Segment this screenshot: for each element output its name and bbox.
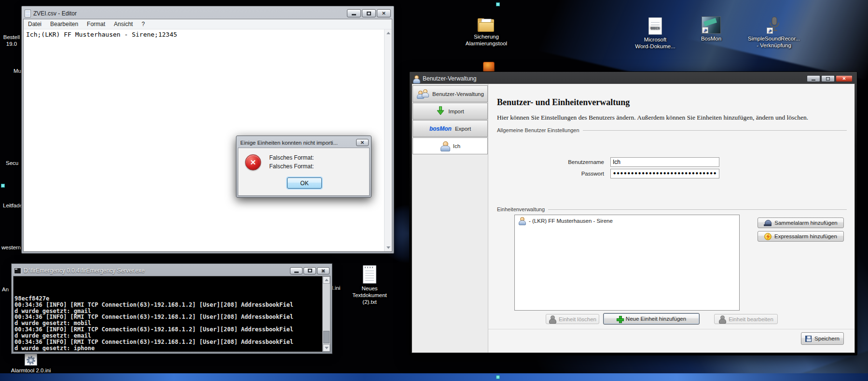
console-scrollbar[interactable] xyxy=(322,276,330,352)
menu-item[interactable]: Ansicht xyxy=(110,21,137,27)
scroll-down-button[interactable] xyxy=(323,344,330,352)
word-document-icon: DOCX xyxy=(648,17,662,35)
desktop-icon-word-document[interactable]: DOCX Microsoft Word-Dokume... xyxy=(632,17,678,50)
error-message: Falsches Format: xyxy=(269,163,314,170)
menu-item[interactable]: Bearbeiten xyxy=(46,21,83,27)
password-label: Passwort xyxy=(488,171,604,177)
scroll-up-icon[interactable] xyxy=(386,32,390,34)
menu-item[interactable]: ? xyxy=(137,21,149,27)
selection-handle[interactable] xyxy=(496,2,500,6)
sidebar-item-benutzer-verwaltung[interactable]: Benutzer-Verwaltung xyxy=(413,85,488,102)
notepad-vertical-scrollbar[interactable] xyxy=(384,29,392,251)
sammelalarm-hinzufuegen-button[interactable]: Sammelalarm hinzufügen xyxy=(758,218,844,228)
notepad-window: ZVEI.csv - Editor DateiBearbeitenFormatA… xyxy=(21,6,394,254)
maximize-button[interactable] xyxy=(821,75,835,82)
console-body: 98ecf8427e00:34:36 [INFO] [RMI TCP Conne… xyxy=(13,276,331,352)
minimize-icon xyxy=(352,14,356,15)
close-button[interactable] xyxy=(377,9,391,17)
partially-hidden-app-icon[interactable] xyxy=(483,62,495,72)
password-field[interactable] xyxy=(610,169,719,178)
einheit-bearbeiten-button[interactable]: Einheit bearbeiten xyxy=(714,314,778,324)
minimize-button[interactable] xyxy=(347,9,361,17)
speichern-button[interactable]: Speichern xyxy=(801,332,844,345)
desktop-label-mu[interactable]: Mu xyxy=(14,68,21,74)
firemergency-console-window: D:\firEmergency 0.0.4\firEmergency Serve… xyxy=(11,263,332,354)
save-floppy-icon xyxy=(805,336,812,342)
error-icon xyxy=(245,154,261,170)
dialog-title: Einige Einheiten konnten nicht importi..… xyxy=(240,140,356,146)
dialog-body: Falsches Format: Falsches Format: OK xyxy=(238,148,370,196)
desktop-icon-alarmtool-ini[interactable]: Alarmtool 2.0.ini xyxy=(6,351,56,374)
import-arrow-icon xyxy=(436,106,445,117)
unit-person-icon xyxy=(518,217,525,224)
console-log: 98ecf8427e00:34:36 [INFO] [RMI TCP Conne… xyxy=(14,277,322,351)
console-titlebar[interactable]: D:\firEmergency 0.0.4\firEmergency Serve… xyxy=(13,265,331,276)
console-title: D:\firEmergency 0.0.4\firEmergency Serve… xyxy=(24,267,145,274)
desktop-label-leitfade[interactable]: Leitfade xyxy=(3,202,23,209)
sidebar-item-import[interactable]: Import xyxy=(413,103,488,120)
scrollbar-thumb[interactable] xyxy=(323,331,330,343)
neue-einheit-hinzufuegen-button[interactable]: Neue Einheit hinzufügen xyxy=(603,313,700,325)
console-log-line: 00:34:36 [INFO] [RMI TCP Connection(63)-… xyxy=(14,302,322,308)
desktop-label-western[interactable]: western xyxy=(1,244,21,251)
username-field[interactable] xyxy=(610,157,719,167)
unit-list-item[interactable]: - (LKR) FF Musterhausen - Sirene xyxy=(515,215,739,224)
desktop-icon-simplesoundrecorder[interactable]: ↗ SimpleSoundRecor... - Verknüpfung xyxy=(747,16,801,49)
selection-handle[interactable] xyxy=(1,184,5,188)
dialog-titlebar[interactable]: Einige Einheiten konnten nicht importi..… xyxy=(238,137,370,148)
menu-item[interactable]: Format xyxy=(83,21,110,27)
desktop-icon-neues-textdokument[interactable]: Neues Textdokument (2).txt xyxy=(346,265,393,305)
close-button[interactable] xyxy=(317,267,330,274)
notepad-text-area[interactable]: Ich;(LKR) FF Musterhausen - Sirene;12345 xyxy=(24,29,392,40)
main-panel: Benutzer- und Einheitenverwaltung Hier k… xyxy=(488,84,854,353)
taskbar-edge-band xyxy=(0,373,868,381)
desktop-label-ini-fragment[interactable]: l.ini xyxy=(332,285,340,291)
divider xyxy=(488,329,854,329)
text-document-icon xyxy=(363,265,376,284)
person-icon xyxy=(440,141,450,150)
menu-item[interactable]: Datei xyxy=(24,21,46,27)
sidebar-item-export[interactable]: bosMon Export xyxy=(413,120,488,137)
notepad-title: ZVEI.csv - Editor xyxy=(33,10,77,17)
window-titlebar[interactable]: Benutzer-Verwaltung xyxy=(412,74,855,83)
users-icon xyxy=(416,89,429,99)
username-label: Benutzername xyxy=(488,159,604,165)
expressalarm-hinzufuegen-button[interactable]: Expressalarm hinzufügen xyxy=(758,231,844,242)
einheit-loeschen-button[interactable]: Einheit löschen xyxy=(546,314,599,324)
scroll-up-button[interactable] xyxy=(323,276,330,284)
scroll-down-icon[interactable] xyxy=(386,246,390,249)
notepad-titlebar[interactable]: ZVEI.csv - Editor xyxy=(23,8,392,19)
notepad-icon xyxy=(25,10,31,17)
desktop-label-an[interactable]: An xyxy=(2,286,9,293)
ok-button[interactable]: OK xyxy=(287,177,322,189)
maximize-icon xyxy=(367,12,371,15)
import-error-dialog: Einige Einheiten konnten nicht importi..… xyxy=(236,136,372,198)
unit-listbox[interactable]: - (LKR) FF Musterhausen - Sirene xyxy=(514,215,740,311)
desktop-icon-sicherung-alarmierungstool[interactable]: Sicherung Alarmierungstool xyxy=(462,17,510,47)
close-button[interactable] xyxy=(836,75,853,82)
user-icon xyxy=(413,75,420,82)
sidebar-item-ich[interactable]: Ich xyxy=(413,137,488,154)
selection-handle[interactable] xyxy=(496,375,500,379)
maximize-button[interactable] xyxy=(362,9,376,17)
minimize-icon xyxy=(294,272,299,273)
desktop-icon-bosmon[interactable]: ↗ BosMon xyxy=(688,16,734,42)
shortcut-arrow-icon: ↗ xyxy=(702,27,708,33)
console-log-line: d wurde gesetzt: iphone xyxy=(14,345,322,351)
section-general-settings: Allgemeine Benutzer Einstellungen xyxy=(497,127,847,133)
maximize-button[interactable] xyxy=(303,267,316,274)
siren-icon xyxy=(764,220,772,226)
window-body: Benutzer-Verwaltung Import bosMon Export xyxy=(412,83,855,353)
microphone-shortcut-icon: ↗ xyxy=(767,16,781,34)
console-log-line: 98ecf8427e xyxy=(14,296,322,302)
console-icon xyxy=(14,268,21,274)
minimize-button[interactable] xyxy=(290,267,303,274)
close-button[interactable] xyxy=(356,139,369,146)
desktop-label-bestell[interactable]: Bestell 19.0 xyxy=(1,34,22,47)
minimize-button[interactable] xyxy=(807,75,820,82)
maximize-icon xyxy=(308,269,312,272)
folder-icon xyxy=(478,17,495,32)
desktop-label-secu[interactable]: Secu xyxy=(6,160,18,166)
page-description: Hier können Sie Einstellungen des Benutz… xyxy=(497,114,808,122)
plus-icon xyxy=(617,316,623,322)
